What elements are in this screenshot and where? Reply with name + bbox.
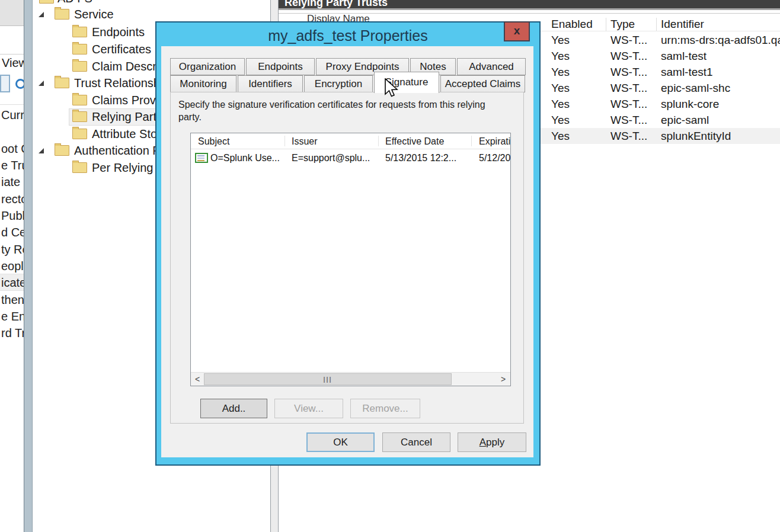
cell-identifier: urn:ms-drs:qa-adfs01.qa.ad [661,34,780,47]
tree-item-label: Trust Relationshi [74,76,162,90]
panel-title-bar: Relying Party Trusts [279,0,780,8]
folder-icon [55,9,69,20]
tab-accepted-claims[interactable]: Accepted Claims [440,75,525,92]
column-separator [284,136,285,146]
bg-tree-item[interactable]: Publis [1,209,24,223]
horizontal-scrollbar[interactable]: < ||| > [191,372,510,386]
cell-type: WS-T... [610,82,647,95]
bg-tree-item[interactable]: oot C [1,142,24,156]
tree-item-service[interactable]: Service [33,7,270,23]
key-icon[interactable] [15,79,24,89]
tree-item-label: Service [74,8,114,21]
folder-icon [72,44,87,55]
folder-icon [72,129,87,139]
tab-advanced[interactable]: Advanced [457,58,526,75]
expanded-triangle-icon[interactable] [39,12,44,17]
console-icon[interactable] [0,75,10,92]
bg-tree-item[interactable]: icates [1,276,24,290]
tree-item-adfs-root[interactable]: AD FS [33,0,270,7]
tab-monitoring[interactable]: Monitoring [170,75,236,92]
tab-organization[interactable]: Organization [170,58,245,75]
column-separator [378,136,379,146]
certificate-list[interactable]: Subject Issuer Effective Date Expiration… [190,133,511,386]
column-header-identifier[interactable]: Identifier [661,18,704,31]
cell-identifier: splunk-core [661,98,719,111]
window-edge [24,0,33,532]
bg-tree-item[interactable]: thent [1,293,24,307]
folder-icon [55,145,69,156]
cell-enabled: Yes [551,130,570,143]
apply-button[interactable]: Apply [458,432,526,452]
column-separator [656,18,657,31]
bg-tree-item[interactable]: rd Tr [1,326,24,340]
cancel-button[interactable]: Cancel [382,432,450,452]
cell-type: WS-T... [610,130,647,143]
divider [279,8,780,10]
cell-enabled: Yes [551,98,570,111]
folder-icon [55,78,69,88]
tree-item-label: Claims Provi [92,94,158,107]
tab-encryption[interactable]: Encryption [304,75,373,92]
tree-item-label: Relying Party [92,110,162,124]
cell-type: WS-T... [610,114,647,127]
cert-effective-date: 5/13/2015 12:2... [385,153,456,164]
folder-icon [72,61,87,72]
bg-tree-item[interactable]: Curr [1,108,24,122]
bg-tree-item[interactable]: e Enr [1,310,24,323]
folder-icon [72,162,87,173]
tree-item-label: Certificates [92,43,151,56]
tab-description: Specify the signature verification certi… [178,98,506,123]
cell-identifier: saml-test [661,50,707,63]
signature-tab-page: Specify the signature verification certi… [170,92,524,424]
bg-tree-item[interactable]: iate C [1,175,24,189]
scroll-left-icon[interactable]: < [191,373,204,386]
ok-button[interactable]: OK [306,432,375,452]
expanded-triangle-icon[interactable] [39,148,44,153]
cell-type: WS-T... [610,98,647,111]
tab-endpoints[interactable]: Endpoints [246,58,315,75]
remove-button[interactable]: Remove... [350,399,420,418]
column-header-subject[interactable]: Subject [198,136,229,147]
background-window: View Curr oot C e Trus iate C recto Publ… [0,0,24,532]
bg-tree-item[interactable]: e Trus [1,159,24,172]
bg-tree-item[interactable]: eople [1,259,24,273]
cell-enabled: Yes [551,66,570,79]
divider [0,54,24,55]
cell-type: WS-T... [610,50,647,63]
tree-item-label: Attribute Sto [92,127,157,141]
folder-icon [39,0,54,4]
background-window-chrome [0,0,24,26]
column-header-enabled[interactable]: Enabled [551,18,593,31]
close-icon[interactable]: x [504,21,530,41]
divider [0,104,24,105]
cell-enabled: Yes [551,50,570,63]
column-header-expiration[interactable]: Expiration [479,136,511,147]
divider [191,149,510,149]
menu-view[interactable]: View [2,56,24,70]
cert-expiration: 5/12/20 [479,153,510,164]
tree-item-label: Authentication P [74,144,161,158]
tree-item-label: Per Relying P [92,161,164,175]
cell-type: WS-T... [610,66,647,79]
tree-item-label: Endpoints [92,25,145,39]
add-button[interactable]: Add.. [200,399,267,418]
bg-tree-item[interactable]: recto [1,193,24,206]
column-header-issuer[interactable]: Issuer [292,136,318,147]
column-header-effective-date[interactable]: Effective Date [385,136,444,147]
scrollbar-thumb[interactable]: ||| [204,373,452,385]
cert-subject[interactable]: O=Splunk Use... [210,153,280,164]
bg-tree-item[interactable]: ty Ro [1,243,24,257]
cell-type: WS-T... [610,34,647,47]
view-button[interactable]: View... [274,399,343,418]
column-header-type[interactable]: Type [610,18,635,31]
folder-icon [72,111,87,122]
scroll-right-icon[interactable]: > [496,373,510,386]
cell-enabled: Yes [551,34,570,47]
cert-issuer: E=support@splu... [292,153,370,164]
expanded-triangle-icon[interactable] [39,81,44,86]
tree-item-label: Claim Descri [92,60,159,73]
bg-tree-item[interactable]: d Cert [1,226,24,239]
tab-identifiers[interactable]: Identifiers [238,75,303,92]
dialog-title: my_adfs_test Properties [156,27,539,44]
screen: View Curr oot C e Trus iate C recto Publ… [0,0,780,532]
